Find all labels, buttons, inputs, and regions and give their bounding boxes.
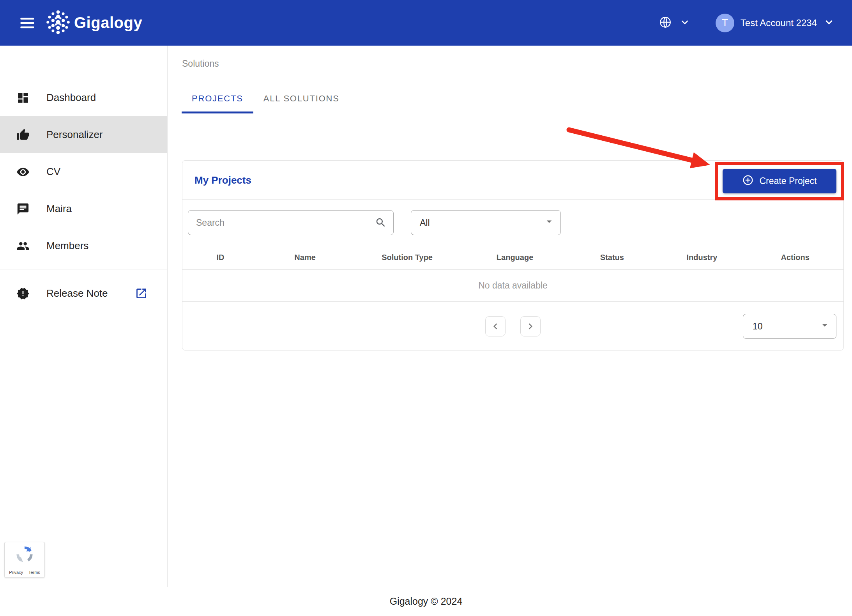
sidebar-item-label: Release Note	[46, 287, 108, 299]
table-empty-row: No data available	[182, 270, 843, 302]
column-header-name: Name	[258, 253, 352, 262]
search-input[interactable]	[188, 210, 394, 235]
recaptcha-badge[interactable]: Privacy - Terms	[4, 542, 45, 578]
filter-select-value: All	[420, 218, 430, 228]
dropdown-arrow-icon	[543, 216, 555, 230]
create-project-label: Create Project	[759, 176, 817, 186]
open-in-new-icon	[135, 287, 148, 300]
brand-name: Gigalogy	[74, 14, 142, 32]
sidebar-item-label: Maira	[46, 203, 72, 215]
thumb-up-icon	[16, 128, 30, 142]
recaptcha-icon	[16, 545, 34, 565]
sidebar-nav: Dashboard Personalizer CV Maira Members	[0, 79, 167, 264]
topbar-right: T Test Account 2234	[659, 14, 835, 32]
create-project-button[interactable]: Create Project	[723, 169, 836, 193]
column-header-status: Status	[567, 253, 657, 262]
page-size-value: 10	[753, 321, 763, 332]
column-header-solution-type: Solution Type	[352, 253, 463, 262]
sidebar-item-label: Members	[46, 240, 88, 252]
previous-page-button[interactable]	[485, 316, 506, 336]
gigalogy-dots-icon	[44, 9, 72, 37]
projects-card: My Projects Create Project All ID	[182, 160, 844, 350]
page-size-select[interactable]: 10	[743, 314, 836, 339]
card-title: My Projects	[194, 174, 251, 186]
table-controls: All	[188, 210, 561, 235]
sidebar-item-members[interactable]: Members	[0, 227, 167, 264]
column-header-language: Language	[463, 253, 567, 262]
dashboard-icon	[16, 91, 30, 104]
sidebar: Dashboard Personalizer CV Maira Members	[0, 46, 168, 587]
filter-select[interactable]: All	[411, 210, 561, 235]
breadcrumb: Solutions	[182, 58, 219, 69]
sidebar-item-dashboard[interactable]: Dashboard	[0, 79, 167, 116]
annotation-highlight-box: Create Project	[715, 162, 844, 200]
account-name: Test Account 2234	[741, 18, 817, 28]
pager-buttons	[485, 316, 541, 336]
sidebar-divider	[0, 269, 167, 269]
sidebar-item-label: CV	[46, 166, 60, 178]
sidebar-item-label: Dashboard	[46, 92, 96, 104]
search-icon	[375, 217, 387, 230]
sidebar-item-maira[interactable]: Maira	[0, 190, 167, 227]
sidebar-item-personalizer[interactable]: Personalizer	[0, 116, 167, 153]
sidebar-item-release-note[interactable]: Release Note	[0, 275, 167, 312]
dropdown-arrow-icon	[819, 319, 831, 333]
column-header-actions: Actions	[747, 253, 843, 262]
projects-table: ID Name Solution Type Language Status In…	[182, 245, 843, 302]
next-page-button[interactable]	[520, 316, 541, 336]
page-footer: Gigalogy © 2024	[0, 596, 852, 607]
pagination: 10	[182, 302, 843, 351]
chat-icon	[16, 202, 30, 216]
chevron-down-icon	[823, 16, 835, 30]
recaptcha-links: Privacy - Terms	[9, 570, 40, 575]
search-field	[188, 210, 394, 235]
link-separator: -	[25, 570, 27, 575]
card-header: My Projects Create Project	[182, 161, 843, 200]
brand-logo[interactable]: Gigalogy	[44, 9, 142, 37]
language-selector[interactable]	[659, 16, 691, 30]
sidebar-item-cv[interactable]: CV	[0, 153, 167, 190]
plus-circle-icon	[742, 174, 754, 188]
column-header-industry: Industry	[657, 253, 747, 262]
table-header-row: ID Name Solution Type Language Status In…	[182, 245, 843, 270]
account-menu[interactable]: T Test Account 2234	[716, 14, 835, 32]
column-header-id: ID	[182, 253, 258, 262]
tab-bar: PROJECTS ALL SOLUTIONS	[182, 87, 350, 113]
eye-icon	[16, 165, 30, 179]
tab-all-solutions[interactable]: ALL SOLUTIONS	[253, 87, 350, 113]
menu-icon[interactable]	[17, 13, 37, 33]
top-navbar: Gigalogy T Test Account 2234	[0, 0, 852, 46]
chevron-down-icon	[679, 16, 691, 30]
avatar: T	[716, 14, 734, 32]
sidebar-item-label: Personalizer	[46, 129, 103, 141]
globe-icon	[659, 16, 672, 30]
terms-link[interactable]: Terms	[28, 570, 40, 575]
release-note-icon	[16, 287, 30, 300]
people-icon	[16, 239, 30, 253]
tab-projects[interactable]: PROJECTS	[182, 87, 253, 113]
privacy-link[interactable]: Privacy	[9, 570, 23, 575]
